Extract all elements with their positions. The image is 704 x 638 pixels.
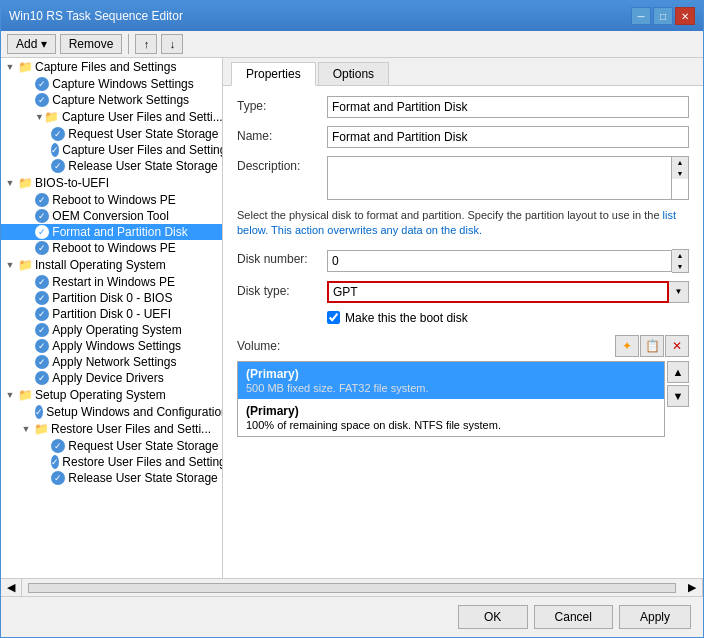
check-icon: ✓ xyxy=(35,339,49,353)
tree-group-bios[interactable]: ▼ 📁 BIOS-to-UEFI xyxy=(1,174,222,192)
scrollbar: ▲ ▼ xyxy=(672,156,689,200)
volume-item-1[interactable]: (Primary) 100% of remaining space on dis… xyxy=(238,399,664,436)
tree-label: Restart in Windows PE xyxy=(52,275,175,289)
scroll-down-btn[interactable]: ▼ xyxy=(672,168,688,179)
scroll-right-btn[interactable]: ▶ xyxy=(682,579,703,596)
tree-group-restore[interactable]: ▼ 📁 Restore User Files and Setti... xyxy=(1,420,222,438)
tree-item-partition-bios[interactable]: ✓ Partition Disk 0 - BIOS xyxy=(1,290,222,306)
title-bar: Win10 RS Task Sequence Editor ─ □ ✕ xyxy=(1,1,703,31)
tree-label: Apply Device Drivers xyxy=(52,371,163,385)
tree-item-request-restore[interactable]: ✓ Request User State Storage xyxy=(1,438,222,454)
description-input[interactable] xyxy=(327,156,672,200)
type-field xyxy=(327,96,689,118)
minimize-button[interactable]: ─ xyxy=(631,7,651,25)
tree-item-format-partition[interactable]: ✓ Format and Partition Disk xyxy=(1,224,222,240)
window-title: Win10 RS Task Sequence Editor xyxy=(9,9,183,23)
tree-item-apply-windows[interactable]: ✓ Apply Windows Settings xyxy=(1,338,222,354)
boot-disk-label: Make this the boot disk xyxy=(345,311,468,325)
tree-label: Request User State Storage xyxy=(68,127,218,141)
tree-label: Restore User Files and Settings xyxy=(62,455,223,469)
volume-item-desc-1: 100% of remaining space on disk. NTFS fi… xyxy=(246,419,656,431)
spin-up-btn[interactable]: ▲ xyxy=(672,250,688,261)
volume-delete-btn[interactable]: ✕ xyxy=(665,335,689,357)
toolbar-separator xyxy=(128,34,129,54)
volume-side-buttons: ▲ ▼ xyxy=(667,361,689,407)
disk-number-label: Disk number: xyxy=(237,249,327,266)
right-panel: Properties Options Type: Name: xyxy=(223,58,703,578)
tree-item-apply-network[interactable]: ✓ Apply Network Settings xyxy=(1,354,222,370)
tree-item-apply-os[interactable]: ✓ Apply Operating System xyxy=(1,322,222,338)
disk-type-dropdown-btn[interactable]: ▼ xyxy=(669,281,689,303)
check-icon: ✓ xyxy=(35,291,49,305)
tree-label: Restore User Files and Setti... xyxy=(51,422,211,436)
tree-item-reboot-pe1[interactable]: ✓ Reboot to Windows PE xyxy=(1,192,222,208)
check-icon: ✓ xyxy=(35,371,49,385)
tree-item-oem-tool[interactable]: ✓ OEM Conversion Tool xyxy=(1,208,222,224)
scroll-left-btn[interactable]: ◀ xyxy=(1,579,22,596)
expand-icon: ▼ xyxy=(3,176,17,190)
name-field xyxy=(327,126,689,148)
volume-new-btn[interactable]: ✦ xyxy=(615,335,639,357)
tree-group-install[interactable]: ▼ 📁 Install Operating System xyxy=(1,256,222,274)
scroll-track[interactable] xyxy=(28,583,676,593)
check-icon: ✓ xyxy=(35,77,49,91)
boot-disk-checkbox[interactable] xyxy=(327,311,340,324)
disk-type-input[interactable] xyxy=(327,281,669,303)
tree-item-apply-drivers[interactable]: ✓ Apply Device Drivers xyxy=(1,370,222,386)
tree-item-release-restore[interactable]: ✓ Release User State Storage xyxy=(1,470,222,486)
add-button[interactable]: Add ▾ xyxy=(7,34,56,54)
volume-edit-btn[interactable]: 📋 xyxy=(640,335,664,357)
toolbar: Add ▾ Remove ↑ ↓ xyxy=(1,31,703,58)
tree-item-partition-uefi[interactable]: ✓ Partition Disk 0 - UEFI xyxy=(1,306,222,322)
check-icon: ✓ xyxy=(51,143,59,157)
tree-item-reboot-pe2[interactable]: ✓ Reboot to Windows PE xyxy=(1,240,222,256)
status-bar: ◀ ▶ xyxy=(1,578,703,596)
tree-item-capture-user-files[interactable]: ✓ Capture User Files and Settings xyxy=(1,142,222,158)
volume-move-up-btn[interactable]: ▲ xyxy=(667,361,689,383)
folder-icon: 📁 xyxy=(17,175,33,191)
folder-icon: 📁 xyxy=(17,387,33,403)
type-input[interactable] xyxy=(327,96,689,118)
ok-button[interactable]: OK xyxy=(458,605,528,629)
check-icon: ✓ xyxy=(35,405,43,419)
close-button[interactable]: ✕ xyxy=(675,7,695,25)
tree-item-setup-windows[interactable]: ✓ Setup Windows and Configuration xyxy=(1,404,222,420)
tree-label: Install Operating System xyxy=(35,258,166,272)
tree-item-restart-pe[interactable]: ✓ Restart in Windows PE xyxy=(1,274,222,290)
left-panel: ▼ 📁 Capture Files and Settings ✓ Capture… xyxy=(1,58,223,578)
move-up-icon[interactable]: ↑ xyxy=(135,34,157,54)
tab-properties[interactable]: Properties xyxy=(231,62,316,86)
tree-group-setup[interactable]: ▼ 📁 Setup Operating System xyxy=(1,386,222,404)
tree-item-capture-windows[interactable]: ✓ Capture Windows Settings xyxy=(1,76,222,92)
scroll-up-btn[interactable]: ▲ xyxy=(672,157,688,168)
name-row: Name: xyxy=(237,126,689,148)
tree-group-capture[interactable]: ▼ 📁 Capture Files and Settings xyxy=(1,58,222,76)
disk-number-input[interactable] xyxy=(327,250,672,272)
tree-item-capture-network[interactable]: ✓ Capture Network Settings xyxy=(1,92,222,108)
remove-button[interactable]: Remove xyxy=(60,34,123,54)
description-row: Description: ▲ ▼ xyxy=(237,156,689,200)
name-input[interactable] xyxy=(327,126,689,148)
tree-item-release-user-storage[interactable]: ✓ Release User State Storage xyxy=(1,158,222,174)
tab-options[interactable]: Options xyxy=(318,62,389,85)
volume-move-down-btn[interactable]: ▼ xyxy=(667,385,689,407)
maximize-button[interactable]: □ xyxy=(653,7,673,25)
volume-header: Volume: ✦ 📋 ✕ xyxy=(237,335,689,357)
check-icon: ✓ xyxy=(35,193,49,207)
spin-down-btn[interactable]: ▼ xyxy=(672,261,688,272)
apply-button[interactable]: Apply xyxy=(619,605,691,629)
check-icon: ✓ xyxy=(51,127,65,141)
tree-group-capture-user[interactable]: ▼ 📁 Capture User Files and Setti... xyxy=(1,108,222,126)
volume-list-wrapper: (Primary) 500 MB fixed size. FAT32 file … xyxy=(237,361,665,437)
volume-item-0[interactable]: (Primary) 500 MB fixed size. FAT32 file … xyxy=(238,362,664,399)
tree-label: Apply Operating System xyxy=(52,323,181,337)
move-down-icon[interactable]: ↓ xyxy=(161,34,183,54)
check-icon: ✓ xyxy=(35,307,49,321)
cancel-button[interactable]: Cancel xyxy=(534,605,613,629)
folder-icon: 📁 xyxy=(17,257,33,273)
volume-area: (Primary) 500 MB fixed size. FAT32 file … xyxy=(237,361,689,437)
tree-item-restore-files[interactable]: ✓ Restore User Files and Settings xyxy=(1,454,222,470)
expand-icon: ▼ xyxy=(19,422,33,436)
info-text: Select the physical disk to format and p… xyxy=(237,208,689,239)
tree-item-request-user-storage[interactable]: ✓ Request User State Storage xyxy=(1,126,222,142)
